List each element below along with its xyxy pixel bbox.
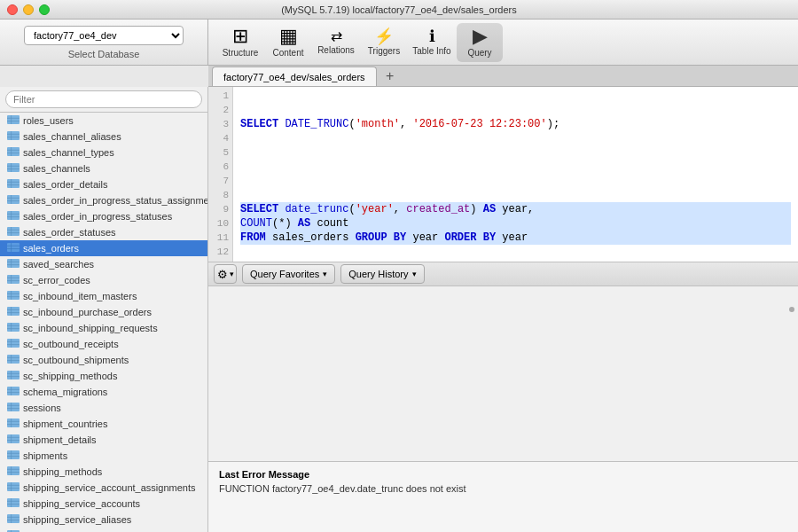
sidebar-item-label: sc_error_codes — [23, 275, 90, 286]
sidebar-item-sales_orders[interactable]: sales_orders — [0, 240, 207, 256]
structure-label: Structure — [223, 48, 259, 58]
sidebar-item-shipment_countries[interactable]: shipment_countries — [0, 416, 207, 432]
sidebar-item-sessions[interactable]: sessions — [0, 400, 207, 416]
svg-rect-8 — [7, 147, 20, 156]
sidebar-item-saved_searches[interactable]: saved_searches — [0, 256, 207, 272]
gear-button[interactable]: ⚙ ▾ — [214, 264, 237, 284]
close-button[interactable] — [7, 4, 18, 15]
sidebar-item-sales_channel_types[interactable]: sales_channel_types — [0, 145, 207, 160]
resize-handle[interactable] — [789, 307, 794, 312]
table-info-button[interactable]: ℹ Table Info — [409, 23, 455, 62]
title-bar: (MySQL 5.7.19) local/factory77_oe4_dev/s… — [0, 0, 798, 20]
sidebar-item-label: shipment_countries — [23, 419, 107, 429]
sidebar-item-label: sales_channel_types — [23, 147, 114, 158]
sidebar-item-sales_order_details[interactable]: sales_order_details — [0, 176, 207, 192]
sidebar-item-sc_outbound_receipts[interactable]: sc_outbound_receipts — [0, 336, 207, 352]
relations-button[interactable]: ⇄ Relations — [313, 23, 359, 62]
db-dropdown-wrapper[interactable]: factory77_oe4_dev — [24, 26, 184, 45]
sidebar: roles_users sales_channel_aliases sales_… — [0, 87, 208, 532]
sidebar-item-label: sc_inbound_purchase_orders — [23, 307, 152, 317]
svg-rect-48 — [7, 307, 20, 316]
window-title: (MySQL 5.7.19) local/factory77_oe4_dev/s… — [281, 4, 517, 15]
sidebar-item-label: roles_users — [23, 115, 74, 126]
table-icon — [7, 195, 20, 206]
svg-rect-100 — [7, 514, 20, 523]
sidebar-item-label: shipping_service_aliases — [23, 514, 131, 525]
maximize-button[interactable] — [39, 4, 50, 15]
content-label: Content — [272, 48, 303, 58]
db-select[interactable]: factory77_oe4_dev — [24, 26, 184, 45]
sidebar-item-sc_shipping_methods[interactable]: sc_shipping_methods — [0, 368, 207, 384]
content-button[interactable]: ▦ Content — [265, 23, 311, 62]
sidebar-item-sc_error_codes[interactable]: sc_error_codes — [0, 272, 207, 288]
table-icon — [7, 434, 20, 445]
query-favorites-label: Query Favorites — [250, 269, 319, 279]
query-favorites-button[interactable]: Query Favorites ▾ — [242, 264, 335, 284]
sidebar-item-label: sc_inbound_item_masters — [23, 291, 137, 301]
table-icon — [7, 466, 20, 477]
filter-input[interactable] — [5, 90, 202, 108]
sidebar-item-sc_inbound_shipping_requests[interactable]: sc_inbound_shipping_requests — [0, 320, 207, 336]
sidebar-item-sales_channel_aliases[interactable]: sales_channel_aliases — [0, 129, 207, 145]
db-selector-area: factory77_oe4_dev Select Database — [0, 20, 208, 66]
triggers-icon: ⚡ — [374, 28, 394, 44]
sidebar-item-sc_inbound_item_masters[interactable]: sc_inbound_item_masters — [0, 288, 207, 304]
sidebar-item-schema_migrations[interactable]: schema_migrations — [0, 384, 207, 400]
triggers-button[interactable]: ⚡ Triggers — [361, 23, 407, 62]
sidebar-item-shipping_service_account_assignments[interactable]: shipping_service_account_assignments — [0, 480, 207, 496]
sidebar-item-shipments[interactable]: shipments — [0, 448, 207, 464]
results-area — [208, 286, 798, 461]
error-text: FUNCTION factory77_oe4_dev.date_trunc do… — [219, 483, 787, 494]
relations-label: Relations — [317, 45, 355, 55]
sidebar-item-shipping_methods[interactable]: shipping_methods — [0, 464, 207, 480]
sidebar-item-sales_channels[interactable]: sales_channels — [0, 160, 207, 176]
query-icon: ▶ — [473, 27, 488, 46]
sidebar-item-label: schema_migrations — [23, 387, 107, 397]
query-label: Query — [467, 48, 491, 58]
table-icon — [7, 355, 20, 365]
select-database-label: Select Database — [68, 49, 140, 59]
table-icon — [7, 387, 20, 397]
sidebar-item-label: sales_orders — [23, 243, 79, 254]
sidebar-item-sales_order_in_progress_statuses[interactable]: sales_order_in_progress_statuses — [0, 208, 207, 224]
structure-button[interactable]: ⊞ Structure — [217, 23, 263, 62]
editor-line-7 — [240, 174, 791, 188]
sidebar-item-label: sales_order_details — [23, 179, 107, 190]
sidebar-list: roles_users sales_channel_aliases sales_… — [0, 113, 207, 532]
traffic-lights — [7, 4, 50, 15]
add-tab-button[interactable]: + — [380, 66, 400, 86]
sidebar-item-label: shipments — [23, 450, 67, 461]
sidebar-item-label: sc_inbound_shipping_requests — [23, 323, 158, 333]
sidebar-item-roles_users[interactable]: roles_users — [0, 113, 207, 129]
svg-rect-44 — [7, 291, 20, 300]
table-icon — [7, 147, 20, 158]
sidebar-item-shipment_details[interactable]: shipment_details — [0, 432, 207, 448]
editor-line-4 — [240, 131, 791, 145]
table-icon — [7, 419, 20, 429]
sidebar-item-sc_outbound_shipments[interactable]: sc_outbound_shipments — [0, 352, 207, 368]
sidebar-item-shipping_service_accounts[interactable]: shipping_service_accounts — [0, 496, 207, 512]
minimize-button[interactable] — [23, 4, 34, 15]
sidebar-item-label: shipping_service_accounts — [23, 498, 140, 509]
table-icon — [7, 307, 20, 317]
svg-rect-92 — [7, 482, 20, 491]
query-history-button[interactable]: Query History ▾ — [340, 264, 424, 284]
table-icon — [7, 243, 20, 254]
sidebar-item-label: sessions — [23, 403, 61, 413]
main-tab[interactable]: factory77_oe4_dev/sales_orders — [212, 66, 377, 86]
table-icon — [7, 450, 20, 461]
sidebar-item-shipping_services[interactable]: shipping_services — [0, 528, 207, 532]
table-info-label: Table Info — [412, 46, 450, 56]
editor-content[interactable]: SELECT DATE_TRUNC('month', '2016-07-23 1… — [233, 87, 798, 262]
sidebar-item-sales_order_statuses[interactable]: sales_order_statuses — [0, 224, 207, 240]
sidebar-item-sc_inbound_purchase_orders[interactable]: sc_inbound_purchase_orders — [0, 304, 207, 320]
editor-line-9: SELECT date_trunc('year', created_at) AS… — [240, 202, 791, 216]
table-info-icon: ℹ — [429, 28, 435, 44]
editor-line-11: FROM sales_orders GROUP BY year ORDER BY… — [240, 231, 791, 245]
table-icon — [7, 339, 20, 349]
svg-rect-60 — [7, 355, 20, 364]
sidebar-item-label: sales_channels — [23, 163, 90, 174]
sidebar-item-sales_order_in_progress_status_assignments[interactable]: sales_order_in_progress_status_assignmen… — [0, 192, 207, 208]
sidebar-item-shipping_service_aliases[interactable]: shipping_service_aliases — [0, 512, 207, 528]
query-button[interactable]: ▶ Query — [457, 23, 503, 62]
